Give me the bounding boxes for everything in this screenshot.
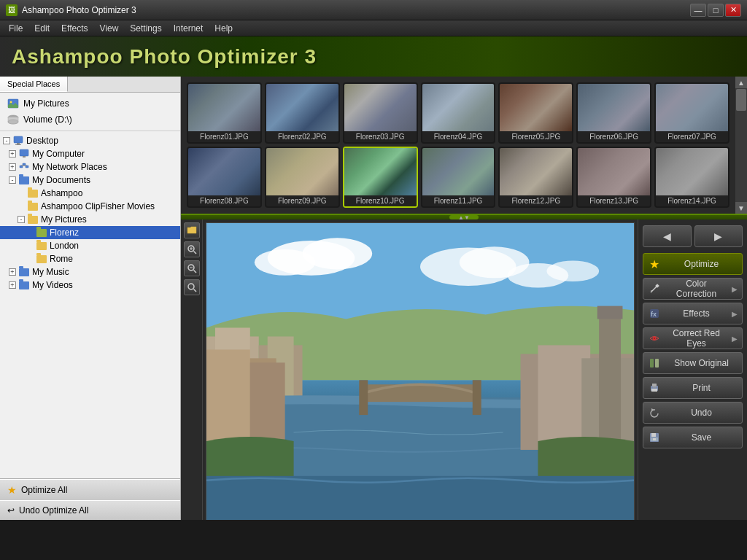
zoom-in-tool[interactable] [184,241,200,257]
expand-network[interactable]: + [9,163,16,171]
thumbnail-florenz05[interactable]: Florenz05.JPG [498,82,573,144]
save-button[interactable]: Save [643,427,743,448]
correct-red-eyes-button[interactable]: Correct Red Eyes ▶ [643,327,743,349]
show-original-button[interactable]: Show Original [643,352,743,374]
tree-item-florenz[interactable]: Florenz [0,226,180,239]
thumb-label-14: Florenz14.JPG [656,195,728,206]
thumbnail-florenz03[interactable]: Florenz03.JPG [343,82,418,144]
special-place-my-pictures[interactable]: My Pictures [0,96,180,112]
sidebar-tabs: Special Places [0,77,180,93]
thumbnail-florenz06[interactable]: Florenz06.JPG [576,82,651,144]
my-music-icon [19,268,29,276]
thumbnail-florenz13[interactable]: Florenz13.JPG [576,147,651,208]
tree-item-my-videos[interactable]: + My Videos [0,279,180,292]
close-button[interactable]: ✕ [725,4,741,17]
optimize-all-button[interactable]: ★ Optimize All [0,479,180,500]
svg-line-20 [193,271,196,273]
effects-button[interactable]: fx Effects ▶ [643,303,743,324]
zoom-out-tool[interactable] [184,260,200,276]
thumbnail-florenz14[interactable]: Florenz14.JPG [654,147,729,208]
svg-rect-8 [23,156,26,158]
tree-item-my-pictures-tree[interactable]: - My Pictures [0,213,180,226]
svg-rect-41 [473,380,481,415]
svg-point-3 [8,120,18,124]
svg-rect-40 [359,380,368,415]
special-place-volume-d[interactable]: Volume (D:\) [0,112,180,128]
menu-settings[interactable]: Settings [124,22,167,35]
optimize-label: Optimize [665,259,738,269]
prev-button[interactable]: ◀ [643,225,692,247]
svg-line-23 [193,289,196,292]
thumbnail-scrollbar[interactable]: ▲ ▼ [735,77,747,214]
top-section: Florenz01.JPG Florenz02.JPG Florenz03.JP… [181,77,747,215]
expand-my-pictures[interactable]: - [18,216,25,223]
tree-item-my-documents[interactable]: - My Documents [0,174,180,187]
undo-optimize-all-button[interactable]: ↩ Undo Optimize All [0,500,180,520]
menu-edit[interactable]: Edit [28,22,55,35]
thumbnail-area: Florenz01.JPG Florenz02.JPG Florenz03.JP… [181,77,735,214]
expand-my-music[interactable]: + [9,268,16,276]
expand-my-documents[interactable]: - [9,176,16,184]
clipfisher-folder-icon [28,203,38,211]
scroll-down-arrow[interactable]: ▼ [735,202,747,214]
thumb-label-9: Florenz09.JPG [266,195,338,206]
tree-item-my-computer[interactable]: + My Computer [0,147,180,160]
thumbnail-florenz01[interactable]: Florenz01.JPG [187,82,262,144]
expand-my-videos[interactable]: + [9,281,16,289]
red-eye-icon [648,332,661,345]
next-button[interactable]: ▶ [694,225,743,247]
tree-item-my-music[interactable]: + My Music [0,265,180,279]
tab-special-places[interactable]: Special Places [0,77,68,92]
thumbnail-florenz09[interactable]: Florenz09.JPG [265,147,340,208]
thumbnail-florenz08[interactable]: Florenz08.JPG [187,147,262,208]
tree-item-ashampoo[interactable]: Ashampoo [0,187,180,200]
thumbnail-florenz11[interactable]: Florenz11.JPG [421,147,496,208]
minimize-button[interactable]: — [690,4,706,17]
disk-icon [7,114,19,125]
thumbnail-florenz04[interactable]: Florenz04.JPG [421,82,496,144]
tree-item-desktop[interactable]: - Desktop [0,134,180,147]
menu-help[interactable]: Help [209,22,239,35]
zoom-fit-tool[interactable] [184,279,200,295]
svg-point-53 [651,290,652,292]
scroll-up-arrow[interactable]: ▲ [735,77,747,88]
thumbnail-florenz02[interactable]: Florenz02.JPG [265,82,340,144]
tree-item-network-places[interactable]: + My Network Places [0,160,180,174]
expand-desktop[interactable]: - [3,137,10,144]
right-action-panel: ◀ ▶ ★ Optimize [638,219,747,520]
menu-file[interactable]: File [3,22,28,35]
print-button[interactable]: Print [643,377,743,399]
window-title: Ashampoo Photo Optimizer 3 [22,5,136,15]
tree-item-rome[interactable]: Rome [0,252,180,265]
tree-item-london[interactable]: London [0,239,180,252]
computer-icon [19,149,29,159]
svg-rect-48 [599,311,621,450]
thumb-label-6: Florenz06.JPG [578,131,650,142]
thumb-image-12 [500,148,572,195]
optimize-button[interactable]: ★ Optimize [643,253,743,275]
thumbnail-florenz07[interactable]: Florenz07.JPG [654,82,729,144]
my-pictures-tree-icon [28,216,38,224]
svg-rect-5 [17,143,20,144]
print-icon [648,381,661,394]
thumbnail-florenz12[interactable]: Florenz12.JPG [498,147,573,208]
preview-image-container [206,222,635,520]
scroll-thumb[interactable] [736,89,746,111]
thumb-label-13: Florenz13.JPG [578,195,650,206]
expand-my-computer[interactable]: + [9,150,16,158]
menu-internet[interactable]: Internet [168,22,209,35]
window-controls: — □ ✕ [690,4,741,17]
compare-icon [649,358,659,368]
florenz-folder-icon [36,229,47,237]
printer-icon [649,383,659,393]
thumbnail-florenz10[interactable]: Florenz10.JPG [343,147,418,208]
title-bar: 🖼 Ashampoo Photo Optimizer 3 — □ ✕ [0,0,747,20]
zoom-fit-icon [187,282,197,292]
menu-view[interactable]: View [94,22,125,35]
undo-button[interactable]: Undo [643,402,743,424]
color-correction-button[interactable]: Color Correction ▶ [643,278,743,300]
maximize-button[interactable]: □ [708,4,724,17]
tree-item-clipfisher[interactable]: Ashampoo ClipFisher Movies [0,200,180,213]
menu-effects[interactable]: Effects [55,22,93,35]
folder-tool[interactable] [184,222,200,238]
